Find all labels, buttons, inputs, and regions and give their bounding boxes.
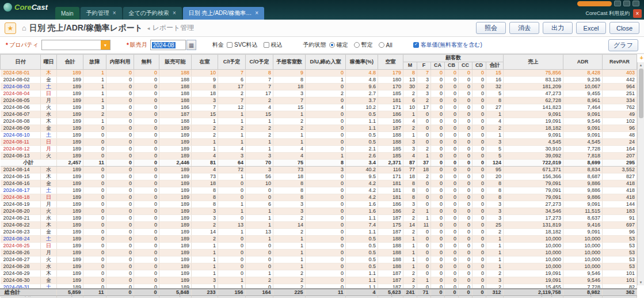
- table-row[interactable]: 2024-08-23金18900018914113201.11872000002…: [1, 229, 637, 236]
- table-row[interactable]: 2024-08-22木18900018921311407.41751411000…: [1, 222, 637, 229]
- table-row[interactable]: 2024-08-15木189000189731561809.5171182000…: [1, 173, 637, 180]
- value-cell: 2: [273, 125, 306, 132]
- excel-button[interactable]: Excel: [576, 22, 606, 34]
- table-row[interactable]: 2024-08-02金189100188967814.8180133000016…: [1, 77, 637, 84]
- status-option[interactable]: 暫定: [354, 41, 373, 49]
- logout-icon[interactable]: [632, 1, 639, 6]
- table-row[interactable]: 2024-08-16金18900018918010804.21818000008…: [1, 180, 637, 187]
- table-row[interactable]: 2024-08-21水189000189301201.1187210000317…: [1, 215, 637, 222]
- table-row[interactable]: 2024-08-05月189100188372703.7181620000862…: [1, 97, 637, 104]
- column-header[interactable]: 無料: [134, 55, 159, 70]
- scrollbar-thumb[interactable]: [639, 69, 643, 118]
- table-row[interactable]: 2024-08-28水189000189100100.5188100000110…: [1, 263, 637, 270]
- column-header[interactable]: RevPAR: [603, 55, 637, 70]
- column-header[interactable]: 予想客室数: [273, 55, 306, 70]
- home-icon[interactable]: ⌂: [22, 24, 26, 32]
- chevron-down-icon[interactable]: ▼: [101, 40, 110, 50]
- radio-icon[interactable]: [354, 42, 360, 48]
- status-option[interactable]: 確定: [329, 41, 348, 49]
- column-header[interactable]: 曜日: [41, 55, 57, 70]
- checkbox-icon[interactable]: [227, 42, 233, 48]
- settings-icon[interactable]: [623, 1, 630, 6]
- clear-button[interactable]: 消去: [509, 22, 539, 34]
- terms-link[interactable]: CoreCast 利用規約: [585, 10, 630, 17]
- table-row[interactable]: 2024-08-11日189000189111100.518830000034,…: [1, 139, 637, 146]
- close-window-button[interactable]: ×: [633, 9, 642, 18]
- close-button[interactable]: Close: [609, 22, 639, 34]
- radio-icon[interactable]: [379, 42, 384, 48]
- column-header[interactable]: 稼働率(%): [346, 55, 378, 70]
- column-header[interactable]: 合計: [57, 55, 83, 70]
- table-row[interactable]: 2024-08-08木189100188111201.1186400000419…: [1, 118, 637, 125]
- calendar-icon[interactable]: ▦: [186, 40, 196, 50]
- add-column-icon[interactable]: +: [640, 55, 643, 61]
- tab-all-reservation-search[interactable]: 全ての予約検索×: [123, 7, 182, 20]
- table-row[interactable]: 2024-08-26月189000189100100.5188100000110…: [1, 250, 637, 256]
- table-row[interactable]: 2024-08-12月189000189141402.1185320000530…: [1, 146, 637, 153]
- status-option[interactable]: All: [379, 42, 393, 48]
- table-row[interactable]: 2024-08-09金189000189222201.1187200000218…: [1, 125, 637, 132]
- value-cell: 1: [246, 270, 273, 277]
- column-header[interactable]: 販売可能: [159, 55, 192, 70]
- tab-reservation-management[interactable]: 予約管理×: [81, 7, 122, 20]
- guest-column-header[interactable]: CB: [445, 62, 459, 70]
- table-row[interactable]: 2024-08-30金189000189312201.1187210000319…: [1, 277, 637, 284]
- guest-column-header[interactable]: CA: [431, 62, 445, 70]
- table-row[interactable]: 2024-08-29木189000189101201.1187200000219…: [1, 270, 637, 277]
- table-row[interactable]: 2024-08-03土18910018881771809.61703020000…: [1, 84, 637, 90]
- notification-icon[interactable]: [614, 1, 621, 6]
- scroll-down-icon[interactable]: ▼: [639, 280, 643, 285]
- table-row[interactable]: 2024-08-27火189000189100100.5188100000110…: [1, 256, 637, 263]
- scroll-up-icon[interactable]: ▲: [639, 62, 643, 68]
- radio-icon[interactable]: [329, 42, 335, 48]
- table-row[interactable]: 2024-08-18日189000189800804.2181800000879…: [1, 194, 637, 201]
- guest-column-header[interactable]: CC: [459, 62, 472, 70]
- table-row[interactable]: 2024-08-24土189000189201100.5188100000110…: [1, 236, 637, 243]
- tab-close-icon[interactable]: ×: [113, 10, 116, 16]
- table-row[interactable]: 2024-08-14水189000189472373340.2116771800…: [1, 167, 637, 173]
- inquiry-button[interactable]: 照会: [476, 22, 506, 34]
- user-badge[interactable]: [577, 1, 612, 6]
- checkbox-icon[interactable]: ✓: [413, 42, 419, 48]
- column-header[interactable]: C/O予定: [246, 55, 273, 70]
- column-header[interactable]: D/U,締め入室: [306, 55, 346, 70]
- guest-column-header[interactable]: 合計: [486, 62, 504, 70]
- table-row[interactable]: 2024-08-04日18910018818217322.71852300005…: [1, 90, 637, 97]
- table-row[interactable]: 2024-08-20火189000189311301.6186210000334…: [1, 208, 637, 215]
- guest-column-header[interactable]: F: [417, 62, 431, 70]
- column-header[interactable]: 内部利用: [106, 55, 134, 70]
- tab-close-icon[interactable]: ×: [255, 10, 258, 16]
- table-row[interactable]: 2024-08-10土189000189212100.518810000019,…: [1, 132, 637, 139]
- table-row[interactable]: 2024-08-01木1891001881078904.817987000015…: [1, 70, 637, 77]
- graph-button[interactable]: グラフ: [608, 39, 638, 51]
- column-header[interactable]: 日付: [1, 55, 41, 70]
- table-row[interactable]: 2024-08-25日189000189100100.5188100000110…: [1, 243, 637, 250]
- favorite-button[interactable]: ★: [5, 22, 16, 34]
- table-row[interactable]: 2024-08-19月189000189816301.6186300000327…: [1, 201, 637, 208]
- column-header[interactable]: 故障: [83, 55, 106, 70]
- guest-column-header[interactable]: CD: [472, 62, 486, 70]
- vertical-scrollbar[interactable]: ▲ ▼: [637, 62, 644, 285]
- guest-column-header[interactable]: M: [403, 62, 417, 70]
- column-header[interactable]: C/I予定: [218, 55, 246, 70]
- column-header[interactable]: 在室: [192, 55, 218, 70]
- tab-main[interactable]: Main: [55, 7, 79, 20]
- column-header[interactable]: ADR: [563, 55, 603, 70]
- output-button[interactable]: 出力: [543, 22, 573, 34]
- property-select[interactable]: ▼: [41, 40, 110, 50]
- checkbox-icon[interactable]: [264, 42, 269, 48]
- value-cell: 1.6: [346, 201, 378, 208]
- table-row[interactable]: 2024-08-06火189300186712415410.2171101700…: [1, 104, 637, 111]
- fee-option[interactable]: SVC料込: [227, 41, 258, 49]
- corecast-logo[interactable]: CoreCast: [3, 2, 48, 12]
- month-input[interactable]: 2024-08: [150, 40, 186, 50]
- table-row[interactable]: 2024-08-07水18920018715115100.51861000001…: [1, 111, 637, 118]
- fee-option[interactable]: 税込: [264, 41, 283, 49]
- unit-price-option[interactable]: ✓ 客単価(無料客室を含む): [413, 41, 482, 49]
- column-header[interactable]: 空室: [378, 55, 403, 70]
- table-row[interactable]: 2024-08-13火189000189433412.6185410000539…: [1, 153, 637, 160]
- tab-close-icon[interactable]: ×: [173, 10, 176, 16]
- column-header[interactable]: 売上: [504, 55, 563, 70]
- tab-daily-report[interactable]: 日別 売上/ADR/稼働率…×: [183, 7, 264, 20]
- table-row[interactable]: 2024-08-17土189000189800804.2181800000879…: [1, 187, 637, 194]
